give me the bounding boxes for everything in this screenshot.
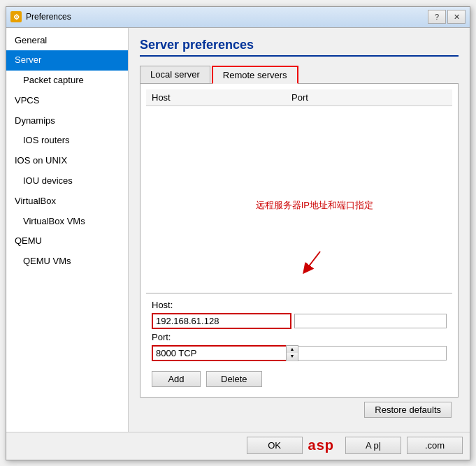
host-row: Host: — [152, 300, 447, 310]
window-title: Preferences — [26, 12, 428, 22]
apply-button[interactable]: A p| — [345, 437, 401, 454]
preferences-window: ⚙ Preferences ? ✕ GeneralServerPacket ca… — [6, 6, 470, 460]
sidebar-item-vpcs[interactable]: VPCS — [6, 91, 128, 111]
content-area: GeneralServerPacket captureVPCSDynamipsI… — [6, 28, 470, 432]
close-button[interactable]: ✕ — [447, 10, 466, 24]
form-section: Host: Port: — [146, 293, 452, 367]
cancel-button[interactable]: .com — [407, 437, 463, 454]
tab-local-server[interactable]: Local server — [140, 66, 210, 84]
restore-defaults-button[interactable]: Restore defaults — [364, 402, 452, 418]
remote-servers-panel: Host Port 远程服务器IP地址和端口指定 — [140, 84, 458, 397]
sidebar-item-packet-capture[interactable]: Packet capture — [6, 71, 128, 91]
sidebar-item-server[interactable]: Server — [6, 50, 128, 71]
host-input-row — [152, 313, 447, 329]
delete-button[interactable]: Delete — [206, 371, 262, 387]
annotation-text: 远程服务器IP地址和端口指定 — [256, 199, 373, 212]
svg-line-0 — [306, 252, 320, 270]
bottom-bar: Restore defaults — [140, 398, 459, 422]
tab-remote-servers[interactable]: Remote servers — [212, 66, 298, 84]
table-header: Host Port — [146, 89, 452, 106]
sidebar: GeneralServerPacket captureVPCSDynamipsI… — [6, 28, 129, 432]
annotation-arrow — [301, 249, 329, 279]
window-controls: ? ✕ — [428, 10, 466, 24]
port-spinner: ▲ ▼ — [286, 345, 298, 361]
port-label-row: Port: — [152, 332, 447, 342]
sidebar-item-virtualbox-vms[interactable]: VirtualBox VMs — [6, 212, 128, 232]
spinner-up[interactable]: ▲ — [287, 346, 298, 353]
port-suffix-input[interactable] — [298, 346, 447, 361]
sidebar-item-dynamips[interactable]: Dynamips — [6, 111, 128, 131]
main-panel: Server preferences Local server Remote s… — [129, 28, 470, 432]
table-body: 远程服务器IP地址和端口指定 — [146, 106, 452, 293]
ok-button[interactable]: OK — [247, 437, 303, 454]
sidebar-item-qemu[interactable]: QEMU — [6, 231, 128, 252]
port-label: Port: — [152, 332, 187, 342]
host-input[interactable] — [152, 313, 291, 329]
sidebar-item-ios-on-unix[interactable]: IOS on UNIX — [6, 151, 128, 171]
port-input-container: ▲ ▼ — [152, 345, 298, 361]
sidebar-item-virtualbox[interactable]: VirtualBox — [6, 191, 128, 212]
tab-content: Host Port 远程服务器IP地址和端口指定 — [140, 83, 459, 398]
port-input[interactable] — [152, 345, 286, 361]
dialog-buttons: OK asp A p| .com — [6, 432, 470, 460]
help-button[interactable]: ? — [428, 10, 446, 24]
add-button[interactable]: Add — [152, 371, 201, 387]
host-input-extra[interactable] — [294, 314, 447, 328]
sidebar-item-ios-routers[interactable]: IOS routers — [6, 131, 128, 151]
app-icon: ⚙ — [10, 11, 22, 22]
host-label: Host: — [152, 300, 187, 310]
spinner-down[interactable]: ▼ — [287, 353, 298, 360]
col-port: Port — [291, 92, 447, 103]
sidebar-item-general[interactable]: General — [6, 31, 128, 51]
title-bar: ⚙ Preferences ? ✕ — [6, 7, 470, 28]
action-buttons: Add Delete — [146, 367, 452, 391]
watermark-asp: asp — [308, 437, 334, 453]
panel-title: Server preferences — [140, 38, 459, 57]
sidebar-item-iou-devices[interactable]: IOU devices — [6, 171, 128, 191]
col-host: Host — [152, 92, 291, 103]
port-input-row: ▲ ▼ — [152, 345, 447, 361]
sidebar-item-qemu-vms[interactable]: QEMU VMs — [6, 252, 128, 272]
tabs-container: Local server Remote servers — [140, 65, 459, 83]
